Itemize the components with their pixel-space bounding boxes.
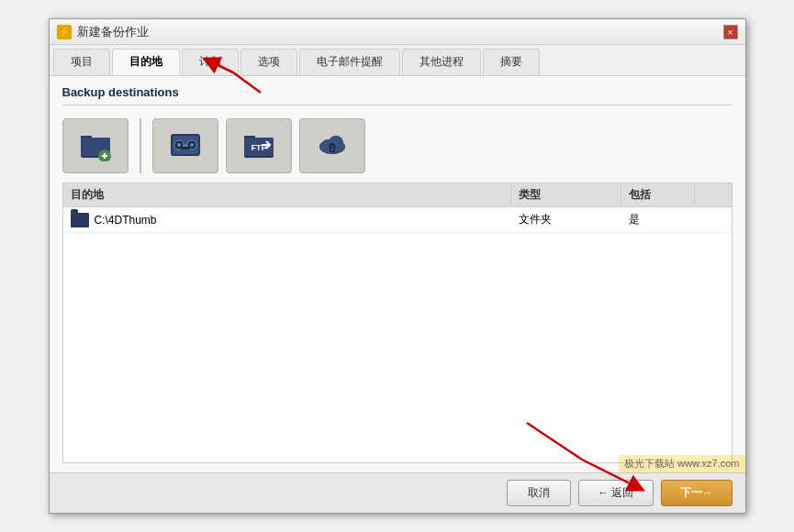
cancel-button[interactable]: 取消	[507, 480, 571, 506]
add-tape-button[interactable]	[152, 118, 218, 173]
back-button[interactable]: ← 返回	[578, 480, 653, 506]
table-row[interactable]: C:\4DThumb 文件夹 是	[63, 207, 732, 233]
table-header: 目的地 类型 包括	[63, 183, 732, 207]
separator-1	[140, 118, 141, 173]
header-destination: 目的地	[63, 183, 511, 206]
row-type: 文件夹	[511, 207, 621, 232]
tabs-bar: 项目 目的地 计划 选项 电子邮件提醒 其他进程 摘要	[50, 45, 745, 76]
main-window: ⚡ 新建备份作业 × 项目 目的地 计划 选项 电子邮件提醒 其他进程 摘要 B…	[49, 18, 746, 514]
row-destination: C:\4DThumb	[63, 208, 511, 232]
bottom-bar: 取消 ← 返回 下一→	[50, 472, 745, 513]
tab-options[interactable]: 选项	[240, 49, 297, 75]
svg-point-23	[330, 136, 342, 149]
ftp-icon: FTP	[242, 128, 275, 164]
add-cloud-button[interactable]	[299, 118, 365, 173]
next-button[interactable]: 下一→	[661, 480, 732, 506]
row-extra	[695, 216, 732, 225]
tab-summary[interactable]: 摘要	[483, 49, 540, 75]
header-include: 包括	[621, 183, 695, 206]
svg-rect-5	[104, 153, 106, 159]
app-icon: ⚡	[57, 25, 72, 39]
add-folder-button[interactable]	[62, 118, 129, 173]
cloud-icon	[316, 128, 349, 164]
title-bar: ⚡ 新建备份作业 ×	[50, 19, 745, 45]
content-area: Backup destinations	[50, 76, 745, 472]
destination-table: 目的地 类型 包括 C:\4DThumb 文件夹 是	[62, 183, 732, 463]
tab-other[interactable]: 其他进程	[402, 49, 481, 75]
title-bar-left: ⚡ 新建备份作业	[57, 24, 149, 40]
section-title: Backup destinations	[62, 85, 732, 105]
folder-add-icon	[79, 128, 112, 164]
tab-destination[interactable]: 目的地	[112, 49, 180, 75]
header-extra	[695, 183, 732, 206]
tab-items[interactable]: 项目	[53, 49, 110, 75]
tape-icon	[169, 128, 202, 164]
svg-point-25	[331, 149, 333, 150]
svg-point-11	[190, 143, 194, 147]
add-ftp-button[interactable]: FTP	[226, 118, 292, 173]
close-button[interactable]: ×	[723, 25, 738, 39]
folder-icon	[71, 213, 89, 227]
svg-rect-12	[181, 147, 190, 150]
row-include: 是	[621, 207, 695, 232]
destination-buttons: FTP	[62, 118, 732, 173]
tab-schedule[interactable]: 计划	[182, 49, 239, 75]
tab-email[interactable]: 电子邮件提醒	[299, 49, 400, 75]
header-type: 类型	[511, 183, 621, 206]
svg-point-10	[177, 143, 181, 147]
window-title: 新建备份作业	[77, 24, 149, 40]
